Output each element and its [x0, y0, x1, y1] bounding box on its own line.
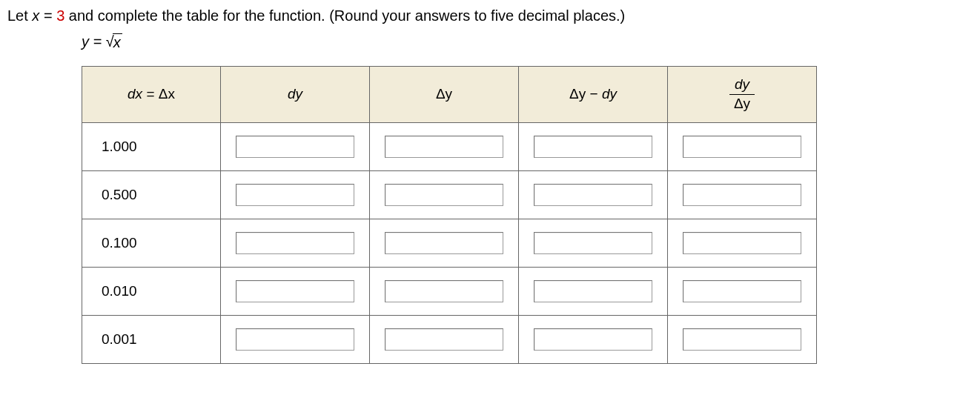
ratio-input[interactable] — [683, 136, 801, 158]
table-row: 0.010 — [82, 267, 817, 315]
table-row: 1.000 — [82, 122, 817, 170]
header-dy-text: dy — [288, 86, 302, 102]
diff-cell — [519, 267, 668, 315]
sqrt-expression: √ x — [106, 33, 122, 51]
ratio-input[interactable] — [683, 184, 801, 206]
data-table: dx = Δx dy Δy Δy − dy dy — [82, 66, 817, 364]
fraction-num: dy — [729, 77, 755, 95]
header-col4-minus: − — [590, 86, 602, 102]
dx-cell: 0.010 — [82, 267, 221, 315]
ratio-input[interactable] — [683, 328, 801, 351]
dx-cell: 0.100 — [82, 219, 221, 267]
problem-statement: Let x = 3 and complete the table for the… — [7, 7, 973, 24]
dy-cell — [221, 315, 370, 363]
ratio-cell — [668, 122, 817, 170]
diff-cell — [519, 170, 668, 219]
ratio-input[interactable] — [683, 232, 801, 254]
dy-cell — [221, 219, 370, 267]
problem-equals: = — [44, 7, 56, 24]
header-dx: dx = Δx — [82, 67, 221, 123]
header-deltay-text: Δy — [436, 86, 452, 102]
deltay-input[interactable] — [385, 280, 503, 302]
deltay-input[interactable] — [385, 232, 503, 254]
problem-var-x: x — [32, 7, 39, 24]
ratio-cell — [668, 267, 817, 315]
dx-cell: 0.500 — [82, 170, 221, 219]
header-dy-over-deltay: dy Δy — [668, 67, 817, 123]
function-eq: = — [93, 33, 106, 50]
problem-prefix: Let — [7, 7, 32, 24]
header-dx-text: dx — [128, 86, 142, 102]
header-col4-dy: dy — [602, 86, 617, 102]
dx-cell: 1.000 — [82, 122, 221, 170]
diff-input[interactable] — [534, 184, 652, 206]
dy-input[interactable] — [236, 184, 354, 206]
diff-cell — [519, 219, 668, 267]
dy-input[interactable] — [236, 280, 354, 302]
deltay-cell — [370, 170, 519, 219]
table-header-row: dx = Δx dy Δy Δy − dy dy — [82, 67, 817, 123]
dy-input[interactable] — [236, 328, 354, 351]
ratio-input[interactable] — [683, 280, 801, 302]
fraction: dy Δy — [729, 77, 755, 112]
diff-input[interactable] — [534, 232, 652, 254]
dy-input[interactable] — [236, 232, 354, 254]
sqrt-radicand: x — [113, 33, 122, 51]
table-row: 0.001 — [82, 315, 817, 363]
dx-cell: 0.001 — [82, 315, 221, 363]
table-row: 0.500 — [82, 170, 817, 219]
deltay-cell — [370, 315, 519, 363]
deltay-cell — [370, 219, 519, 267]
function-definition: y = √ x — [82, 33, 973, 51]
header-eq-text: = — [146, 86, 158, 102]
deltay-input[interactable] — [385, 136, 503, 158]
diff-cell — [519, 315, 668, 363]
header-deltay-minus-dy: Δy − dy — [519, 67, 668, 123]
fraction-den: Δy — [729, 95, 755, 112]
deltay-input[interactable] — [385, 184, 503, 206]
deltay-cell — [370, 267, 519, 315]
problem-x-value: 3 — [56, 7, 64, 24]
ratio-cell — [668, 219, 817, 267]
dy-cell — [221, 267, 370, 315]
diff-input[interactable] — [534, 136, 652, 158]
ratio-cell — [668, 170, 817, 219]
deltay-cell — [370, 122, 519, 170]
dy-input[interactable] — [236, 136, 354, 158]
dy-cell — [221, 170, 370, 219]
table-row: 0.100 — [82, 219, 817, 267]
dy-cell — [221, 122, 370, 170]
diff-input[interactable] — [534, 328, 652, 351]
problem-suffix: and complete the table for the function.… — [69, 7, 625, 24]
header-col4-deltay: Δy — [569, 86, 586, 102]
diff-input[interactable] — [534, 280, 652, 302]
header-delta-y: Δy — [370, 67, 519, 123]
header-deltax-text: Δx — [159, 86, 175, 102]
function-y: y — [82, 33, 89, 50]
header-dy: dy — [221, 67, 370, 123]
deltay-input[interactable] — [385, 328, 503, 351]
diff-cell — [519, 122, 668, 170]
ratio-cell — [668, 315, 817, 363]
